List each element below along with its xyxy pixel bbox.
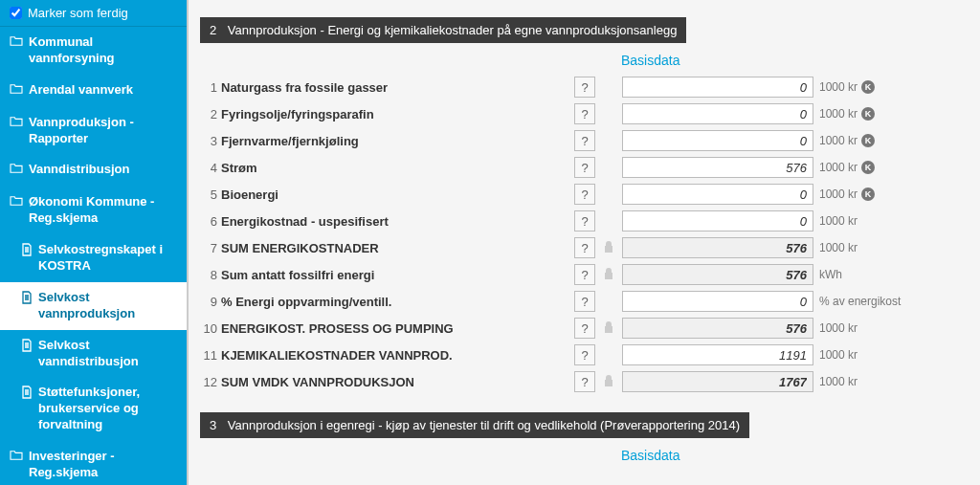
- folder-icon: [10, 163, 23, 179]
- field-input-3[interactable]: [622, 130, 813, 151]
- field-input-12: [622, 371, 813, 392]
- lock-icon: [601, 374, 616, 390]
- field-row-4: 4Strøm?1000 kr K: [200, 154, 969, 181]
- sidebar-item-5[interactable]: Selvkostregnskapet i KOSTRA: [0, 234, 187, 282]
- lock-icon: [601, 240, 616, 256]
- help-button[interactable]: ?: [574, 157, 595, 178]
- section3-col-header: Basisdata: [200, 438, 969, 469]
- section2-header: 2 Vannproduksjon - Energi og kjemikaliek…: [200, 17, 686, 43]
- sidebar-item-label: Vanndistribusjon: [29, 162, 129, 178]
- field-num: 11: [200, 348, 217, 363]
- field-input-6[interactable]: [622, 210, 813, 231]
- field-label: 10ENERGIKOST. PROSESS OG PUMPING: [200, 321, 568, 336]
- sidebar-item-label: Vannproduksjon - Rapporter: [29, 115, 177, 147]
- field-row-12: 12SUM VMDK VANNPRODUKSJON?1000 kr: [200, 368, 969, 395]
- field-num: 7: [200, 241, 217, 255]
- section2-num: 2: [210, 23, 216, 37]
- field-row-10: 10ENERGIKOST. PROSESS OG PUMPING?1000 kr: [200, 315, 969, 342]
- field-name: SUM ENERGIKOSTNADER: [221, 241, 379, 255]
- folder-icon: [10, 83, 23, 99]
- field-num: 2: [200, 107, 217, 121]
- field-num: 8: [200, 268, 217, 282]
- field-name: % Energi oppvarming/ventill.: [221, 295, 391, 309]
- document-icon: [21, 339, 33, 357]
- sidebar-item-label: Støttefunksjoner, brukerservice og forva…: [38, 385, 177, 433]
- field-label: 11KJEMIKALIEKOSTNADER VANNPROD.: [200, 348, 568, 363]
- folder-icon: [10, 35, 23, 52]
- field-input-2[interactable]: [622, 103, 813, 124]
- field-unit: 1000 kr: [819, 375, 915, 388]
- help-button[interactable]: ?: [574, 237, 595, 258]
- sidebar-item-6[interactable]: Selvkost vannproduksjon: [0, 282, 187, 330]
- field-name: ENERGIKOST. PROSESS OG PUMPING: [221, 321, 454, 336]
- sidebar-item-label: Arendal vannverk: [29, 82, 133, 99]
- field-num: 10: [200, 321, 217, 336]
- field-num: 3: [200, 134, 217, 148]
- sidebar-item-7[interactable]: Selvkost vanndistribusjon: [0, 330, 187, 378]
- help-button[interactable]: ?: [574, 77, 595, 98]
- field-label: 1Naturgass fra fossile gasser: [200, 80, 568, 95]
- help-button[interactable]: ?: [574, 210, 595, 231]
- field-unit: 1000 kr K: [819, 134, 915, 147]
- sidebar-item-2[interactable]: Vannproduksjon - Rapporter: [0, 107, 187, 155]
- field-row-6: 6Energikostnad - uspesifisert?1000 kr: [200, 208, 969, 234]
- sidebar-item-label: Økonomi Kommune - Reg.skjema: [29, 194, 177, 227]
- field-row-3: 3Fjernvarme/fjernkjøling?1000 kr K: [200, 127, 969, 154]
- field-unit: 1000 kr: [819, 214, 915, 228]
- document-icon: [21, 243, 33, 261]
- mark-done-checkbox[interactable]: [10, 7, 22, 19]
- section2-col-header: Basisdata: [200, 43, 969, 74]
- k-badge-icon: K: [861, 187, 875, 201]
- section3-header: 3 Vannproduksjon i egenregi - kjøp av tj…: [200, 412, 749, 438]
- lock-icon: [601, 320, 616, 337]
- sidebar-item-3[interactable]: Vanndistribusjon: [0, 154, 187, 187]
- field-input-1[interactable]: [622, 77, 813, 98]
- sidebar-item-1[interactable]: Arendal vannverk: [0, 75, 187, 107]
- help-button[interactable]: ?: [574, 371, 595, 392]
- field-name: Fjernvarme/fjernkjøling: [221, 134, 359, 148]
- field-input-9[interactable]: [622, 291, 813, 312]
- sidebar-item-4[interactable]: Økonomi Kommune - Reg.skjema: [0, 187, 187, 234]
- field-num: 5: [200, 187, 217, 202]
- k-badge-icon: K: [861, 107, 875, 121]
- field-input-10: [622, 318, 813, 339]
- sidebar-item-label: Selvkost vanndistribusjon: [38, 338, 177, 370]
- field-name: KJEMIKALIEKOSTNADER VANNPROD.: [221, 348, 453, 363]
- document-icon: [21, 386, 33, 404]
- folder-icon: [10, 195, 23, 211]
- help-button[interactable]: ?: [574, 264, 595, 285]
- sidebar-item-label: Kommunal vannforsyning: [29, 34, 177, 67]
- sidebar-item-label: Selvkostregnskapet i KOSTRA: [38, 242, 177, 275]
- field-unit: 1000 kr K: [819, 161, 915, 174]
- folder-icon: [10, 116, 23, 132]
- field-input-4[interactable]: [622, 157, 813, 178]
- sidebar-item-8[interactable]: Støttefunksjoner, brukerservice og forva…: [0, 377, 187, 441]
- field-input-11[interactable]: [622, 344, 813, 365]
- field-label: 4Strøm: [200, 161, 568, 175]
- field-input-5[interactable]: [622, 184, 813, 205]
- field-name: SUM VMDK VANNPRODUKSJON: [221, 375, 414, 389]
- help-button[interactable]: ?: [574, 184, 595, 205]
- field-input-8: [622, 264, 813, 285]
- k-badge-icon: K: [861, 161, 875, 174]
- help-button[interactable]: ?: [574, 318, 595, 339]
- field-input-7: [622, 237, 813, 258]
- sidebar-item-9[interactable]: Investeringer - Reg.skjema: [0, 441, 187, 485]
- folder-icon: [10, 450, 23, 466]
- document-icon: [21, 291, 33, 309]
- field-unit: kWh: [819, 268, 915, 281]
- help-button[interactable]: ?: [574, 344, 595, 365]
- help-button[interactable]: ?: [574, 130, 595, 151]
- help-button[interactable]: ?: [574, 103, 595, 124]
- field-row-1: 1Naturgass fra fossile gasser?1000 kr K: [200, 74, 969, 100]
- field-unit: 1000 kr: [819, 348, 915, 362]
- field-unit: 1000 kr K: [819, 187, 915, 201]
- help-button[interactable]: ?: [574, 291, 595, 312]
- k-badge-icon: K: [861, 80, 875, 94]
- field-label: 6Energikostnad - uspesifisert: [200, 214, 568, 229]
- field-label: 2Fyringsolje/fyringsparafin: [200, 107, 568, 121]
- field-label: 7SUM ENERGIKOSTNADER: [200, 241, 568, 255]
- sidebar-item-0[interactable]: Kommunal vannforsyning: [0, 27, 187, 75]
- field-row-5: 5Bioenergi?1000 kr K: [200, 181, 969, 208]
- field-name: Naturgass fra fossile gasser: [221, 80, 388, 95]
